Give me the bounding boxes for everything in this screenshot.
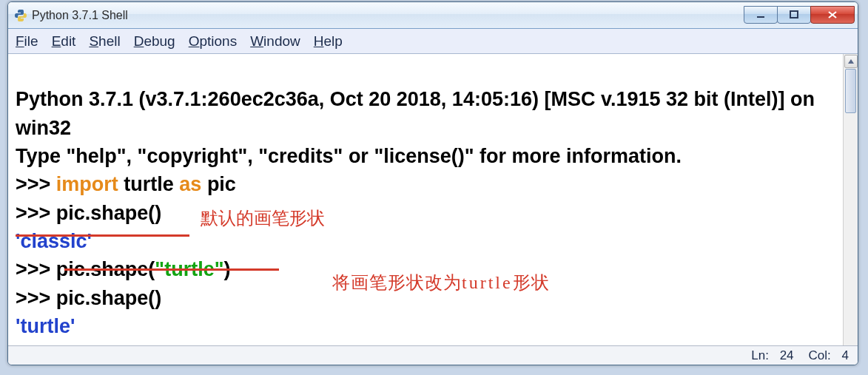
python-icon: [14, 9, 27, 22]
annotation-text: 默认的画笔形状: [201, 206, 325, 231]
menu-debug[interactable]: Debug: [134, 33, 175, 50]
status-col: Col: 4: [801, 348, 849, 363]
menu-file[interactable]: File: [16, 33, 38, 50]
menu-help[interactable]: Help: [314, 33, 343, 50]
scroll-thumb[interactable]: [845, 69, 856, 113]
minimize-button[interactable]: [744, 6, 778, 24]
window-title: Python 3.7.1 Shell: [32, 9, 744, 22]
annotation-part: turtle: [462, 273, 513, 292]
keyword-as: as: [179, 173, 201, 195]
code-text: pic.shape(): [56, 287, 162, 309]
code-text: pic.shape(): [56, 202, 162, 224]
vertical-scrollbar[interactable]: [843, 54, 858, 345]
close-button[interactable]: [810, 6, 855, 24]
scroll-up-button[interactable]: [844, 55, 858, 68]
annotation-part: 将画笔形状改为: [332, 273, 462, 292]
annotation-part: 形状: [513, 273, 550, 292]
menu-options[interactable]: Options: [189, 33, 237, 50]
svg-rect-0: [757, 16, 764, 18]
titlebar[interactable]: Python 3.7.1 Shell: [8, 2, 858, 29]
prompt: >>>: [16, 287, 56, 309]
shell-text[interactable]: Python 3.7.1 (v3.7.1:260ec2c36a, Oct 20 …: [8, 54, 843, 345]
code-text: turtle: [118, 173, 180, 195]
shell-window: Python 3.7.1 Shell File Edit Shell Debug…: [7, 1, 858, 365]
status-ln: Ln: 24: [744, 348, 793, 363]
banner-line: Type "help", "copyright", "credits" or "…: [16, 145, 682, 167]
underline-annotation: [16, 234, 189, 237]
menu-shell[interactable]: Shell: [89, 33, 120, 50]
banner-line: Python 3.7.1 (v3.7.1:260ec2c36a, Oct 20 …: [16, 88, 821, 138]
menu-edit[interactable]: Edit: [52, 33, 76, 50]
menu-window[interactable]: Window: [250, 33, 300, 50]
prompt: >>>: [16, 202, 56, 224]
annotation-text: 将画笔形状改为turtle形状: [291, 245, 550, 320]
svg-rect-1: [790, 11, 798, 18]
content-area: Python 3.7.1 (v3.7.1:260ec2c36a, Oct 20 …: [8, 54, 858, 345]
prompt: >>>: [16, 173, 56, 195]
statusbar: Ln: 24 Col: 4: [8, 345, 858, 365]
code-text: pic: [201, 173, 236, 195]
underline-annotation: [64, 268, 279, 271]
menubar: File Edit Shell Debug Options Window Hel…: [8, 29, 858, 54]
output-text: 'classic': [16, 230, 92, 252]
keyword-import: import: [56, 173, 118, 195]
output-text: 'turtle': [16, 315, 75, 337]
maximize-button[interactable]: [777, 6, 811, 24]
prompt: >>>: [16, 258, 56, 280]
window-controls: [744, 7, 855, 24]
